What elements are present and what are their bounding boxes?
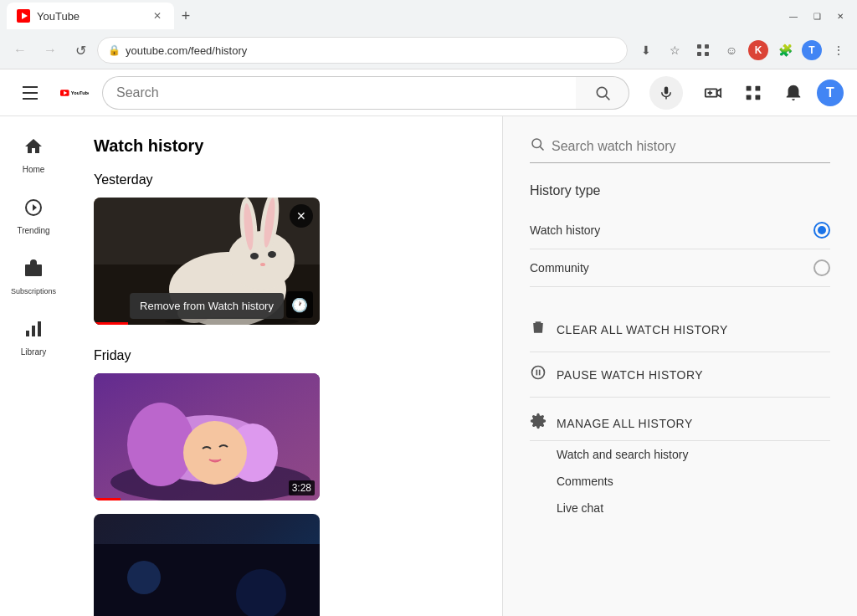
svg-line-50 — [540, 146, 543, 150]
watch-later-icon: 🕐 — [286, 291, 313, 318]
url-text: youtube.com/feed/history — [126, 44, 617, 57]
maximize-button[interactable]: ❑ — [807, 6, 827, 26]
lock-icon: 🔒 — [108, 44, 121, 56]
sidebar-subscriptions-label: Subscriptions — [11, 287, 56, 295]
minimize-button[interactable]: — — [783, 6, 803, 26]
friday-section-title: Friday — [94, 348, 475, 363]
watch-history-option[interactable]: Watch history — [530, 212, 830, 249]
svg-rect-3 — [705, 44, 709, 49]
svg-point-49 — [532, 139, 541, 148]
youtube-logo-svg: YouTube — [60, 83, 89, 103]
video-thumb-girl[interactable]: 3:28 — [94, 373, 320, 501]
sidebar-item-home[interactable]: Home — [0, 126, 67, 184]
new-tab-button[interactable]: + — [174, 4, 198, 28]
svg-point-51 — [532, 367, 545, 379]
search-input[interactable] — [102, 76, 576, 110]
pause-watch-history-button[interactable]: PAUSE WATCH HISTORY — [530, 352, 830, 398]
create-icon — [704, 84, 722, 102]
ext-k-icon[interactable]: K — [748, 40, 768, 60]
hamburger-menu-button[interactable] — [13, 76, 47, 110]
svg-point-47 — [127, 561, 161, 594]
title-bar: YouTube ✕ + — ❑ ✕ — [0, 0, 857, 32]
svg-rect-4 — [697, 52, 701, 56]
video-duration-badge: 3:28 — [289, 480, 315, 495]
svg-rect-11 — [665, 86, 669, 94]
youtube-app: YouTube — [0, 69, 857, 616]
puzzle-icon[interactable]: 🧩 — [773, 38, 797, 62]
voice-search-button[interactable] — [649, 76, 683, 110]
svg-rect-5 — [705, 52, 709, 56]
svg-line-10 — [605, 95, 609, 100]
search-watch-input[interactable] — [552, 139, 830, 154]
sidebar-item-subscriptions[interactable]: Subscriptions — [0, 249, 67, 305]
cast-icon[interactable]: ☺ — [720, 38, 743, 62]
svg-point-35 — [268, 251, 276, 258]
manage-watch-search-history-link[interactable]: Watch and search history — [557, 441, 830, 468]
sidebar-item-trending[interactable]: Trending — [0, 187, 67, 245]
svg-point-45 — [183, 421, 247, 485]
download-icon[interactable]: ⬇ — [634, 38, 658, 62]
sidebar-trending-label: Trending — [17, 226, 49, 235]
svg-rect-24 — [32, 326, 35, 336]
svg-rect-20 — [756, 95, 761, 100]
svg-point-34 — [250, 253, 259, 259]
sidebar-item-library[interactable]: Library — [0, 309, 67, 367]
video-thumb-dark[interactable] — [94, 514, 320, 616]
yt-main-content: Home Trending Subscriptions Library — [0, 116, 857, 616]
svg-point-9 — [597, 87, 607, 97]
more-options-icon[interactable]: ⋮ — [827, 38, 850, 62]
subscriptions-icon — [23, 259, 44, 284]
manage-all-history-section: MANAGE ALL HISTORY Watch and search hist… — [530, 401, 830, 521]
watch-history-radio[interactable] — [813, 222, 830, 239]
manage-live-chat-link[interactable]: Live chat — [557, 495, 830, 521]
extensions-grid-icon[interactable] — [691, 38, 715, 62]
history-type-heading: History type — [530, 183, 830, 198]
yesterday-section-title: Yesterday — [94, 172, 475, 187]
header-action-icons: T — [696, 76, 844, 110]
search-watch-history-form — [530, 136, 830, 163]
bell-icon — [784, 84, 803, 102]
notifications-button[interactable] — [777, 76, 810, 110]
search-button[interactable] — [576, 76, 629, 110]
community-option[interactable]: Community — [530, 249, 830, 287]
yt-header: YouTube — [0, 69, 857, 116]
mic-icon — [659, 85, 674, 100]
close-button[interactable]: ✕ — [830, 6, 850, 26]
ext-t-icon[interactable]: T — [802, 40, 822, 60]
manage-all-history-button[interactable]: MANAGE ALL HISTORY — [530, 401, 830, 441]
remove-video-button[interactable]: ✕ — [290, 204, 313, 228]
pause-label: PAUSE WATCH HISTORY — [557, 368, 703, 382]
apps-icon — [745, 85, 762, 101]
watch-history-title: Watch history — [94, 136, 475, 156]
address-bar[interactable]: 🔒 youtube.com/feed/history — [97, 37, 628, 64]
video2-progress-bar — [94, 498, 121, 501]
library-icon — [23, 319, 44, 344]
forward-button[interactable]: → — [37, 37, 64, 64]
pause-icon — [530, 364, 547, 385]
community-radio[interactable] — [813, 259, 830, 276]
svg-text:YouTube: YouTube — [71, 90, 89, 95]
window-controls: — ❑ ✕ — [783, 6, 850, 26]
bookmark-icon[interactable]: ☆ — [663, 38, 686, 62]
video-progress-bar — [94, 322, 128, 325]
manage-comments-link[interactable]: Comments — [557, 468, 830, 495]
sidebar-library-label: Library — [21, 347, 47, 357]
youtube-logo[interactable]: YouTube — [60, 83, 89, 103]
search-icon — [594, 85, 611, 101]
refresh-button[interactable]: ↺ — [67, 37, 94, 64]
create-video-button[interactable] — [696, 76, 730, 110]
clear-all-watch-history-button[interactable]: CLEAR ALL WATCH HISTORY — [530, 307, 830, 352]
remove-tooltip: Remove from Watch history — [130, 293, 284, 319]
dark-video-drawing — [94, 514, 320, 616]
manage-sub-items: Watch and search history Comments Live c… — [530, 441, 830, 521]
history-left-panel: Watch history Yesterday — [67, 116, 502, 616]
svg-marker-14 — [717, 89, 721, 96]
apps-grid-button[interactable] — [736, 76, 770, 110]
tab-close-button[interactable]: ✕ — [151, 9, 164, 23]
browser-tab[interactable]: YouTube ✕ — [7, 3, 174, 29]
user-avatar[interactable]: T — [817, 80, 844, 106]
back-button[interactable]: ← — [7, 37, 33, 64]
tab-favicon — [17, 9, 30, 23]
watch-history-option-label: Watch history — [530, 223, 600, 237]
trash-icon — [530, 319, 547, 340]
